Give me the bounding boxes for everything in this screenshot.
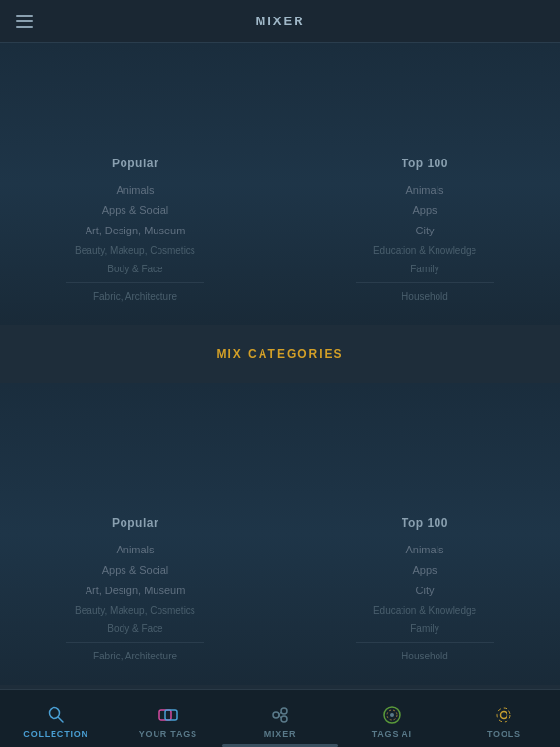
svg-point-12 <box>501 711 508 718</box>
top100-item-1[interactable]: Animals <box>309 180 541 200</box>
svg-line-1 <box>58 717 63 722</box>
tools-icon <box>493 704 514 726</box>
popular-item-6[interactable]: Fabric, Architecture <box>19 287 251 305</box>
top100-2-item-1[interactable]: Animals <box>309 540 541 560</box>
popular-item-4[interactable]: Beauty, Makeup, Cosmetics <box>19 241 251 260</box>
top100-2-item-5[interactable]: Family <box>309 620 541 638</box>
popular-item-2[interactable]: Apps & Social <box>19 200 251 221</box>
tab-tags-ai[interactable]: TAGS AI <box>336 698 448 739</box>
popular-item-3[interactable]: Art, Design, Museum <box>19 221 251 241</box>
svg-point-11 <box>390 713 394 717</box>
search-icon <box>46 704 67 726</box>
main-content: Popular Animals Apps & Social Art, Desig… <box>0 43 560 689</box>
top100-item-2[interactable]: Apps <box>309 200 541 221</box>
top100-item-4[interactable]: Education & Knowledge <box>309 241 541 260</box>
popular-item-1[interactable]: Animals <box>19 180 251 200</box>
mixer-icon <box>269 704 291 726</box>
top100-item-5[interactable]: Family <box>309 260 541 278</box>
top100-2-item-2[interactable]: Apps <box>309 560 541 581</box>
tag-icon <box>158 704 179 726</box>
panel-2-inner: Popular Animals Apps & Social Art, Desig… <box>0 383 560 685</box>
panel-2-columns: Popular Animals Apps & Social Art, Desig… <box>0 516 560 665</box>
tab-tools[interactable]: TOOLS <box>448 698 560 739</box>
svg-point-4 <box>273 712 279 718</box>
tab-mixer-label: MIXER <box>264 729 297 739</box>
top100-divider <box>356 282 495 283</box>
panel-1: Popular Animals Apps & Social Art, Desig… <box>0 43 560 325</box>
tab-tools-label: TOOLS <box>487 729 521 739</box>
top100-column: Top 100 Animals Apps City Education & Kn… <box>309 157 541 305</box>
svg-point-5 <box>281 708 287 714</box>
popular2-divider <box>66 642 205 643</box>
tab-collection-label: COLLECTION <box>23 729 88 739</box>
header: MIXER <box>0 0 560 43</box>
header-title: MIXER <box>255 14 304 28</box>
popular-column-2: Popular Animals Apps & Social Art, Desig… <box>19 516 251 665</box>
popular-item-5[interactable]: Body & Face <box>19 260 251 278</box>
popular-divider <box>66 282 205 283</box>
top100-column-2: Top 100 Animals Apps City Education & Kn… <box>309 516 541 665</box>
popular2-item-2[interactable]: Apps & Social <box>19 560 251 581</box>
top100-2-item-4[interactable]: Education & Knowledge <box>309 601 541 620</box>
popular2-item-4[interactable]: Beauty, Makeup, Cosmetics <box>19 601 251 620</box>
tab-tags-ai-label: TAGS AI <box>372 729 412 739</box>
top100-item-6[interactable]: Household <box>309 287 541 305</box>
tab-collection[interactable]: COLLECTION <box>0 698 112 739</box>
popular2-item-5[interactable]: Body & Face <box>19 620 251 638</box>
tab-mixer[interactable]: MIXER <box>224 698 335 739</box>
tab-your-tags[interactable]: YOUR TAGS <box>112 698 224 739</box>
svg-point-13 <box>497 708 510 722</box>
top100-item-3[interactable]: City <box>309 221 541 241</box>
popular2-item-1[interactable]: Animals <box>19 540 251 560</box>
popular-header: Popular <box>19 157 251 170</box>
panel-2: Popular Animals Apps & Social Art, Desig… <box>0 383 560 685</box>
top100-header-2: Top 100 <box>309 516 541 530</box>
mix-categories-label[interactable]: MIX CATEGORIES <box>216 347 343 361</box>
svg-point-6 <box>281 716 287 722</box>
popular-header-2: Popular <box>19 516 251 530</box>
top100-header: Top 100 <box>309 157 541 170</box>
svg-point-0 <box>49 707 59 718</box>
tab-bar: COLLECTION YOUR TAGS MIXER <box>0 689 560 747</box>
top100-2-divider <box>356 642 495 643</box>
ai-icon <box>381 704 402 726</box>
popular2-item-3[interactable]: Art, Design, Museum <box>19 581 251 601</box>
top100-2-item-3[interactable]: City <box>309 581 541 601</box>
popular-column: Popular Animals Apps & Social Art, Desig… <box>19 157 251 305</box>
panel-1-inner: Popular Animals Apps & Social Art, Desig… <box>0 43 560 325</box>
panel-1-columns: Popular Animals Apps & Social Art, Desig… <box>0 157 560 305</box>
mix-categories-section: MIX CATEGORIES <box>0 325 560 383</box>
tab-your-tags-label: YOUR TAGS <box>139 729 197 739</box>
menu-button[interactable] <box>16 15 33 28</box>
popular2-item-6[interactable]: Fabric, Architecture <box>19 647 251 665</box>
top100-2-item-6[interactable]: Household <box>309 647 541 665</box>
